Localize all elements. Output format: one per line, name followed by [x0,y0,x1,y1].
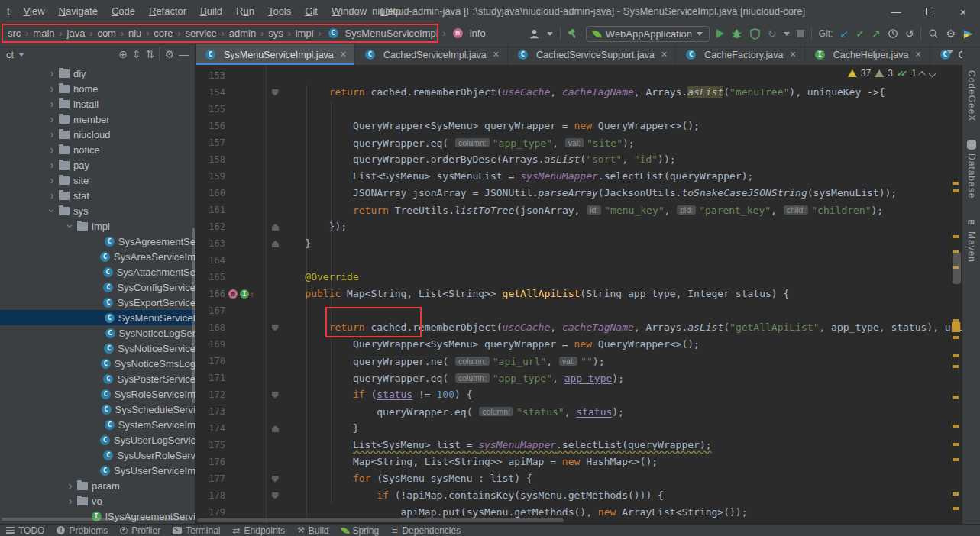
code-line-161[interactable]: 161 return TreeUtils.listToTree(jsonArra… [196,202,950,218]
code-line-155[interactable]: 155 [196,101,950,118]
statusbar-item-todo[interactable]: TODO [3,525,53,536]
history-clock-icon[interactable] [888,28,898,39]
warning-stripe-mark[interactable] [953,336,959,339]
warning-stripe-mark-large[interactable] [952,322,960,332]
git-push-icon[interactable]: ↗ [872,27,881,40]
editor-tab-cachedservicesupport-java[interactable]: CCachedServiceSupport.java✕ [508,44,676,65]
code-line-175[interactable]: 175 List<SysMenu> list = sysMenuMapper.s… [196,437,950,454]
tree-item-stat[interactable]: ›stat [0,188,196,203]
tree-horizontal-scrollbar[interactable] [2,518,189,521]
editor-tab-cachefactory-java[interactable]: CCacheFactory.java✕ [676,44,805,65]
stop-button[interactable] [797,30,804,37]
chevron-right-icon[interactable]: › [47,159,57,171]
breadcrumb-item-sys[interactable]: sys [268,27,283,39]
tab-close-icon[interactable]: ✕ [914,50,921,60]
tab-close-icon[interactable]: ✕ [340,50,347,60]
code-line-168[interactable]: 168 return cached.rememberObject(useCach… [196,319,950,336]
collapse-all-icon[interactable]: ⇅ [146,48,155,60]
statusbar-item-spring[interactable]: Spring [338,525,389,536]
rollback-icon[interactable]: ↺ [905,27,914,40]
tree-item-niucloud[interactable]: ›niucloud [0,127,196,142]
code-line-158[interactable]: 158 queryWrapper.orderByDesc(Arrays.asLi… [196,151,950,168]
warning-stripe-mark[interactable] [953,458,959,461]
tree-item-sysexportservice[interactable]: CSysExportService [0,295,196,310]
breadcrumb-item-src[interactable]: src [8,27,21,39]
minimize-button[interactable]: — [879,0,913,23]
implementing-method-icon[interactable]: I [240,289,249,299]
warning-stripe-mark[interactable] [953,507,959,510]
code-line-169[interactable]: 169 QueryWrapper<SysMenu> queryWrapper =… [196,336,950,353]
menu-item-run[interactable]: Run [229,0,261,23]
tab-close-icon[interactable]: ✕ [493,50,500,60]
settings-gear-icon[interactable]: ⚙ [946,27,956,40]
warning-stripe-mark[interactable] [953,182,959,185]
tree-item-sysnoticelogser[interactable]: CSysNoticeLogSer [0,325,196,341]
tree-item-diy[interactable]: ›diy [0,66,196,81]
code-line-163[interactable]: 163 } [196,235,950,252]
panel-settings-gear-icon[interactable]: ⚙ [164,48,174,60]
hidden-tabs-chevron-icon[interactable] [947,50,953,54]
fold-close-icon[interactable] [272,224,279,231]
statusbar-item-terminal[interactable]: >Terminal [170,525,229,536]
warning-stripe-mark[interactable] [953,354,959,357]
plugin-logo-icon[interactable] [962,28,974,40]
chevron-right-icon[interactable]: › [47,189,57,202]
warning-stripe-mark[interactable] [953,492,959,496]
menu-item-t[interactable]: t [0,0,17,23]
statusbar-item-build[interactable]: ⚒Build [294,525,338,536]
chevron-right-icon[interactable]: › [47,128,57,140]
user-icon[interactable] [529,28,540,40]
editor-tab-cacheuti[interactable]: CCacheUti [930,44,962,65]
tree-item-sysscheduleservi[interactable]: CSysScheduleServi [0,402,196,417]
git-update-icon[interactable]: ↙ [840,27,849,40]
hide-panel-icon[interactable]: — [179,48,189,60]
breadcrumb-item-com[interactable]: com [97,27,116,39]
code-line-160[interactable]: 160 JSONArray jsonArray = JSONUtil.parse… [196,185,950,202]
breadcrumb-item-impl[interactable]: impl [296,27,314,39]
menu-item-navigate[interactable]: Navigate [52,0,105,23]
code-line-165[interactable]: 165 @Override [196,269,950,286]
fold-close-icon[interactable] [272,241,279,247]
tree-item-sysnoticesmslog[interactable]: CSysNoticeSmsLog [0,356,196,371]
tree-item-sysuserlogservic[interactable]: CSysUserLogServic [0,432,196,447]
code-line-159[interactable]: 159 List<SysMenu> sysMenuList = sysMenuM… [196,168,950,185]
tree-item-pay[interactable]: ›pay [0,157,196,173]
code-line-156[interactable]: 156 QueryWrapper<SysMenu> queryWrapper =… [196,118,950,134]
tree-item-notice[interactable]: ›notice [0,142,196,157]
statusbar-item-problems[interactable]: !Problems [53,525,117,536]
debug-bug-icon[interactable] [731,28,742,40]
locate-file-icon[interactable]: ⊕ [118,48,128,60]
fold-open-icon[interactable] [272,392,279,399]
statusbar-item-profiler[interactable]: Profiler [117,525,170,536]
chevron-right-icon[interactable]: › [47,67,57,79]
breadcrumb-item-niu[interactable]: niu [128,27,141,39]
fold-open-icon[interactable] [272,89,279,96]
code-editor[interactable]: 153154 return cached.rememberObject(useC… [196,66,962,524]
code-line-162[interactable]: 162 }); [196,218,950,235]
tree-item-sysconfigservice[interactable]: CSysConfigService [0,279,196,295]
breadcrumb-item-core[interactable]: core [154,27,173,39]
search-icon[interactable] [928,28,939,39]
warning-stripe-mark[interactable] [953,443,959,446]
tree-item-impl[interactable]: ›impl [0,218,196,234]
tree-item-vo[interactable]: ›vo [0,493,196,509]
editor-tab-cachehelper-java[interactable]: ICacheHelper.java✕ [805,44,930,65]
tree-item-sys[interactable]: ›sys [0,203,196,218]
code-line-166[interactable]: 166mI↑ public Map<String, List<String>> … [196,286,950,302]
warning-stripe-mark[interactable] [953,189,959,192]
menu-item-refactor[interactable]: Refactor [142,0,193,23]
code-line-153[interactable]: 153 [196,67,950,84]
editor-tab-sysmenuserviceimpl-java[interactable]: CSysMenuServiceImpl.java✕ [196,44,355,65]
tree-item-sysposterservice[interactable]: CSysPosterService [0,371,196,386]
warning-stripe-mark[interactable] [953,235,959,238]
project-panel-title[interactable]: ct [6,49,14,60]
chevron-right-icon[interactable]: › [47,144,57,156]
tree-item-site[interactable]: ›site [0,173,196,188]
tree-item-systemserviceim[interactable]: CSystemServiceIm [0,417,196,432]
stripe-tab-maven[interactable]: m Maven [962,216,980,263]
chevron-down-icon[interactable]: › [46,206,58,215]
editor-vertical-scrollbar[interactable] [953,252,961,284]
breadcrumb-item-sysmenuserviceimpl[interactable]: CSysMenuServiceImpl [326,27,438,39]
next-issue-icon[interactable] [929,69,936,77]
chevron-right-icon[interactable]: › [47,174,57,186]
